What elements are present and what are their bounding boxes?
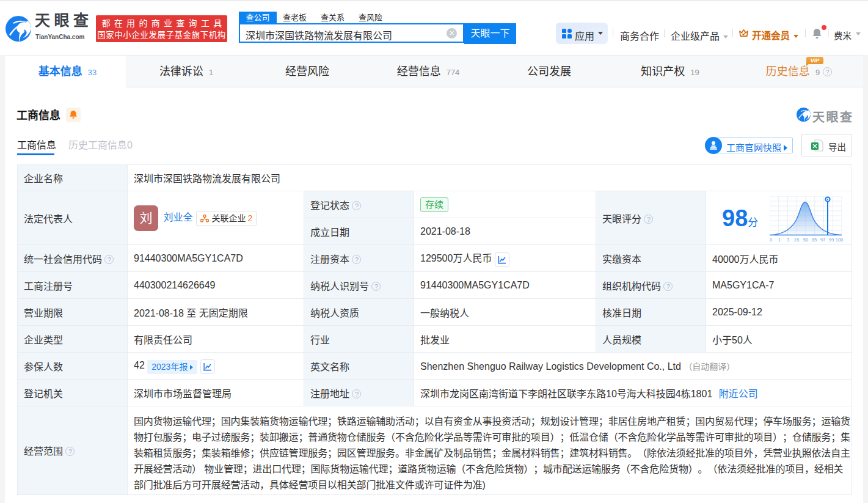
svg-text:3: 3 <box>787 237 789 243</box>
svg-text:50: 50 <box>803 237 808 243</box>
svg-text:99: 99 <box>829 237 834 243</box>
svg-text:85: 85 <box>812 237 817 243</box>
svg-text:100: 100 <box>836 237 844 243</box>
svg-text:97: 97 <box>820 237 825 243</box>
svg-text:0: 0 <box>770 237 772 243</box>
svg-text:1: 1 <box>778 237 781 243</box>
svg-text:15: 15 <box>794 237 799 243</box>
